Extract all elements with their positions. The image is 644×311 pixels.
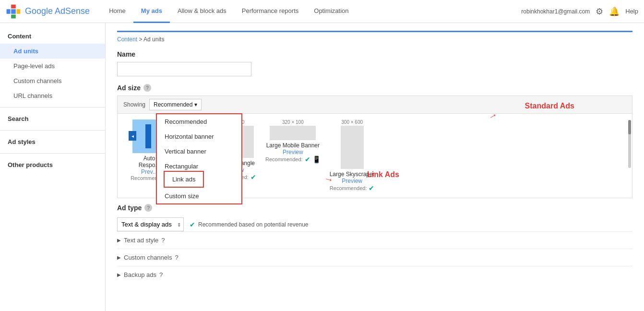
ad-type-help-icon[interactable]: ? bbox=[144, 204, 152, 212]
breadcrumb-current: Ad units bbox=[143, 36, 164, 43]
preview-link-mobile[interactable]: Preview bbox=[283, 149, 303, 156]
svg-rect-0 bbox=[7, 9, 11, 14]
rec-text-mobile: Recommended: bbox=[265, 156, 303, 162]
ad-size-help-icon[interactable]: ? bbox=[143, 84, 151, 92]
ad-size-section: Ad size ? bbox=[117, 84, 632, 92]
showing-label: Showing bbox=[123, 101, 145, 108]
sidebar-item-page-level-ads[interactable]: Page-level ads bbox=[0, 59, 105, 73]
google-logo-icon bbox=[6, 4, 21, 19]
sidebar-divider-2 bbox=[0, 130, 105, 131]
ad-type-section: Ad type ? bbox=[117, 204, 632, 212]
nav-performance[interactable]: Performance reports bbox=[234, 0, 307, 23]
user-email: robinkhokhar1@gmail.com bbox=[521, 8, 590, 15]
sidebar-divider-3 bbox=[0, 153, 105, 154]
standard-ads-annotation: Standard Ads bbox=[525, 102, 574, 110]
text-ad-style-label: Text ad style bbox=[124, 237, 158, 244]
ad-type-select[interactable]: Text & display ads Display ads only Text… bbox=[117, 217, 184, 231]
custom-channels-tri-icon: ▶ bbox=[117, 255, 121, 260]
nav-my-ads[interactable]: My ads bbox=[133, 0, 170, 23]
link-ads-area: Link ads bbox=[156, 169, 212, 191]
sidebar-item-ad-units[interactable]: Ad units bbox=[0, 44, 105, 59]
nav-allow-block[interactable]: Allow & block ads bbox=[170, 0, 234, 23]
preview-name-responsive: Auto bbox=[143, 155, 155, 162]
sidebar-divider-1 bbox=[0, 107, 105, 108]
mobile-device-icon: 📱 bbox=[312, 156, 321, 163]
recommended-text: Recommended based on potential revenue bbox=[198, 221, 309, 228]
dropdown-vertical-banner[interactable]: Vertical banner bbox=[157, 144, 241, 159]
preview-bar-responsive bbox=[145, 124, 151, 148]
link-ads-option[interactable]: Link ads bbox=[164, 171, 204, 188]
scroll-indicator bbox=[628, 120, 631, 168]
logo-text: Google AdSense bbox=[25, 6, 90, 16]
sidebar-search[interactable]: Search bbox=[0, 111, 105, 126]
backup-ads-help-icon[interactable]: ? bbox=[159, 271, 163, 278]
logo-area: Google AdSense bbox=[6, 4, 90, 19]
backup-ads-label: Backup ads bbox=[124, 271, 156, 278]
scroll-thumb bbox=[628, 120, 631, 134]
size-dropdown-btn[interactable]: Recommended ▾ bbox=[149, 99, 202, 110]
ad-type-label: Ad type bbox=[117, 204, 142, 212]
blue-border-top bbox=[117, 31, 632, 32]
ad-size-label: Ad size bbox=[117, 84, 141, 92]
preview-link-skyscraper[interactable]: Preview bbox=[342, 178, 362, 184]
ad-type-row: Text & display ads Display ads only Text… bbox=[117, 217, 632, 231]
svg-rect-3 bbox=[11, 14, 16, 18]
settings-icon[interactable]: ⚙ bbox=[596, 6, 603, 17]
link-ads-annotation: Link Ads bbox=[367, 170, 399, 179]
breadcrumb-separator: > bbox=[139, 36, 143, 43]
preview-rec-skyscraper: Recommended: ✔ bbox=[330, 184, 375, 192]
custom-channels-help-icon[interactable]: ? bbox=[175, 254, 178, 261]
nav-optimization[interactable]: Optimization bbox=[306, 0, 356, 23]
nav-links: Home My ads Allow & block ads Performanc… bbox=[101, 0, 521, 23]
sidebar-item-url-channels[interactable]: URL channels bbox=[0, 88, 105, 103]
preview-size-skyscraper: 300 × 600 bbox=[341, 120, 363, 125]
sidebar-ad-styles[interactable]: Ad styles bbox=[0, 134, 105, 149]
text-ad-style-help-icon[interactable]: ? bbox=[161, 237, 165, 244]
custom-channels-row[interactable]: ▶ Custom channels ? bbox=[117, 249, 632, 266]
main-layout: Content Ad units Page-level ads Custom c… bbox=[0, 23, 644, 311]
sidebar-other-products[interactable]: Other products bbox=[0, 157, 105, 172]
dropdown-arrow-icon: ▾ bbox=[194, 101, 197, 108]
rec-check-large-rect: ✔ bbox=[250, 173, 256, 181]
dropdown-selected: Recommended bbox=[154, 101, 192, 108]
main-content: Content > Ad units Name Ad size ? Showin… bbox=[106, 23, 644, 311]
rec-text-skyscraper: Recommended: bbox=[330, 185, 367, 191]
breadcrumb-content[interactable]: Content bbox=[117, 36, 137, 43]
svg-rect-1 bbox=[11, 4, 16, 8]
text-ad-style-row[interactable]: ▶ Text ad style ? bbox=[117, 231, 632, 249]
custom-channels-label: Custom channels bbox=[124, 254, 172, 261]
dropdown-recommended[interactable]: Recommended bbox=[157, 114, 241, 129]
scroll-track bbox=[628, 120, 631, 168]
ad-size-wrapper: Showing Recommended ▾ Recommended Horizo… bbox=[117, 96, 632, 198]
preview-link-responsive[interactable]: Prev... bbox=[141, 168, 157, 175]
preview-box-skyscraper bbox=[341, 126, 364, 169]
nav-home[interactable]: Home bbox=[101, 0, 133, 23]
backup-ads-row[interactable]: ▶ Backup ads ? bbox=[117, 266, 632, 283]
top-navigation: Google AdSense Home My ads Allow & block… bbox=[0, 0, 644, 23]
ad-preview-large-skyscraper: 300 × 600 Large Skyscraper Preview Recom… bbox=[328, 120, 376, 192]
nav-right: robinkhokhar1@gmail.com ⚙ 🔔 Help bbox=[521, 6, 638, 17]
rec-check-skyscraper: ✔ bbox=[369, 184, 374, 192]
rec-check-icon: ✔ bbox=[190, 221, 195, 228]
ad-type-recommended-badge: ✔ Recommended based on potential revenue bbox=[190, 221, 309, 228]
dropdown-horizontal-banner[interactable]: Horizontal banner bbox=[157, 129, 241, 144]
name-label: Name bbox=[117, 50, 632, 58]
ad-type-select-wrapper: Text & display ads Display ads only Text… bbox=[117, 217, 184, 231]
preview-size-mobile: 320 × 100 bbox=[282, 120, 304, 125]
backup-ads-tri-icon: ▶ bbox=[117, 272, 121, 277]
preview-name-mobile: Large Mobile Banner bbox=[266, 142, 320, 149]
name-input[interactable] bbox=[117, 62, 251, 76]
svg-rect-2 bbox=[16, 9, 20, 14]
preview-box-mobile bbox=[270, 126, 316, 140]
sidebar: Content Ad units Page-level ads Custom c… bbox=[0, 23, 106, 311]
help-label[interactable]: Help bbox=[625, 8, 638, 15]
preview-arrow-responsive: ◂ bbox=[129, 131, 136, 141]
text-ad-style-tri-icon: ▶ bbox=[117, 238, 121, 243]
ad-preview-large-mobile-banner: 320 × 100 Large Mobile Banner Preview Re… bbox=[265, 120, 321, 163]
breadcrumb: Content > Ad units bbox=[117, 36, 632, 43]
sidebar-item-custom-channels[interactable]: Custom channels bbox=[0, 73, 105, 88]
rec-check-mobile: ✔ bbox=[305, 156, 310, 163]
svg-rect-4 bbox=[11, 9, 16, 14]
sidebar-content-title: Content bbox=[0, 29, 105, 44]
bell-icon[interactable]: 🔔 bbox=[609, 6, 620, 17]
